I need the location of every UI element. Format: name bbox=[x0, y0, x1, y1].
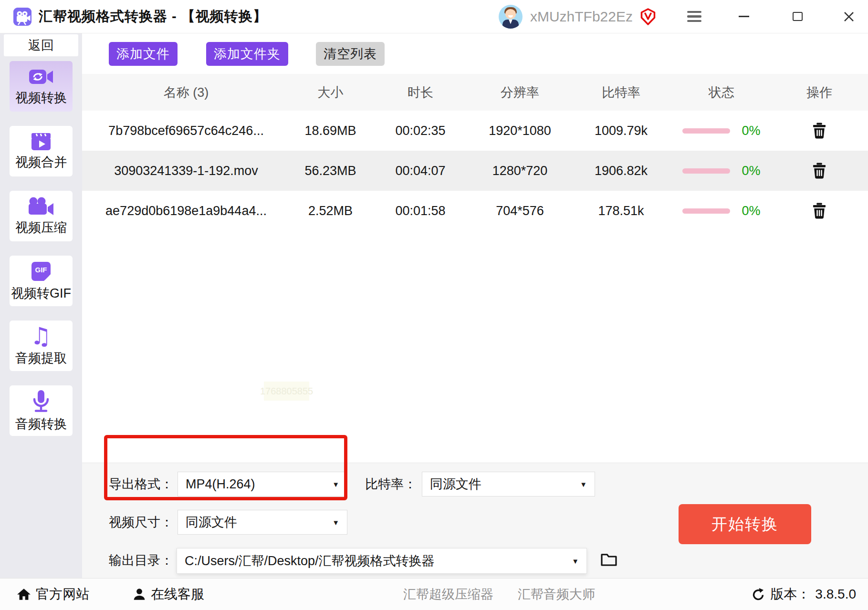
maximize-button[interactable] bbox=[790, 10, 805, 24]
file-bitrate: 1009.79k bbox=[570, 124, 672, 138]
sidebar-item-label: 视频转换 bbox=[15, 89, 67, 106]
col-duration: 时长 bbox=[371, 84, 470, 101]
browse-folder-button[interactable] bbox=[600, 552, 617, 569]
chevron-down-icon: ▼ bbox=[580, 480, 587, 488]
progress-percent: 0% bbox=[742, 164, 760, 178]
add-files-button[interactable]: 添加文件 bbox=[109, 42, 178, 66]
table-row: 7b798bcef69657c64c246... 18.69MB 00:02:3… bbox=[82, 111, 868, 151]
progress-bar bbox=[682, 208, 730, 214]
video-size-value: 同源文件 bbox=[186, 514, 237, 531]
toolbar: 添加文件 添加文件夹 清空列表 bbox=[82, 33, 868, 74]
settings-panel: 导出格式： MP4(H.264) ▼ 比特率： 同源文件 ▼ 视频尺寸： 同源文… bbox=[82, 463, 868, 578]
content: 返回 视频转换 bbox=[0, 33, 868, 578]
username-text: xMUzhTFb22Ez bbox=[530, 9, 633, 25]
back-button[interactable]: 返回 bbox=[4, 34, 78, 56]
file-name: 30903241339-1-192.mov bbox=[82, 164, 290, 178]
online-service-label: 在线客服 bbox=[151, 585, 204, 603]
titlebar: 汇帮视频格式转换器 - 【视频转换】 xMUzhTFb22Ez bbox=[0, 0, 868, 33]
app-window: 汇帮视频格式转换器 - 【视频转换】 xMUzhTFb22Ez 返回 bbox=[0, 0, 868, 610]
progress-bar bbox=[682, 168, 730, 174]
video-to-gif-icon: GIF bbox=[30, 260, 52, 282]
table-row: 30903241339-1-192.mov 56.23MB 00:04:07 1… bbox=[82, 151, 868, 191]
app-logo-icon bbox=[13, 8, 31, 26]
sidebar-item-video-convert[interactable]: 视频转换 bbox=[10, 61, 73, 112]
user-avatar[interactable] bbox=[499, 5, 523, 29]
version-label: 版本： bbox=[770, 585, 810, 603]
chevron-down-icon: ▼ bbox=[332, 518, 339, 527]
chevron-down-icon: ▼ bbox=[572, 557, 579, 565]
export-format-label: 导出格式： bbox=[109, 472, 173, 496]
chevron-down-icon: ▼ bbox=[332, 480, 339, 488]
col-size: 大小 bbox=[290, 84, 371, 101]
file-resolution: 704*576 bbox=[470, 204, 570, 218]
delete-file-button[interactable] bbox=[771, 163, 868, 179]
sidebar-item-video-to-gif[interactable]: GIF 视频转GIF bbox=[10, 256, 73, 306]
video-compress-icon bbox=[28, 196, 54, 217]
file-name: 7b798bcef69657c64c246... bbox=[82, 124, 290, 138]
close-button[interactable] bbox=[842, 10, 856, 24]
file-duration: 00:04:07 bbox=[371, 164, 470, 178]
refresh-icon bbox=[751, 587, 765, 601]
sidebar-item-label: 视频合并 bbox=[15, 154, 67, 171]
vip-badge-icon[interactable] bbox=[639, 8, 657, 26]
table-row: ae729d0b6198e1a9b44a4... 2.52MB 00:01:58… bbox=[82, 191, 868, 231]
file-resolution: 1280*720 bbox=[470, 164, 570, 178]
online-service-link[interactable]: 在线客服 bbox=[133, 579, 204, 610]
video-size-label: 视频尺寸： bbox=[109, 510, 173, 535]
clear-list-button[interactable]: 清空列表 bbox=[316, 42, 385, 66]
audio-master-link[interactable]: 汇帮音频大师 bbox=[518, 579, 595, 610]
table-header: 名称 (3) 大小 时长 分辨率 比特率 状态 操作 bbox=[82, 74, 868, 111]
version-check[interactable]: 版本： 3.8.5.0 bbox=[751, 579, 856, 610]
file-bitrate: 178.51k bbox=[570, 204, 672, 218]
video-convert-icon bbox=[29, 67, 53, 87]
col-resolution: 分辨率 bbox=[470, 84, 570, 101]
col-name: 名称 (3) bbox=[82, 84, 290, 101]
video-size-select[interactable]: 同源文件 ▼ bbox=[178, 510, 347, 535]
col-action: 操作 bbox=[771, 84, 868, 101]
file-resolution: 1920*1080 bbox=[470, 124, 570, 138]
progress-percent: 0% bbox=[742, 204, 760, 218]
file-size: 18.69MB bbox=[290, 124, 371, 138]
export-format-select[interactable]: MP4(H.264) ▼ bbox=[178, 472, 347, 496]
output-dir-select[interactable]: C:/Users/汇帮/Desktop/汇帮视频格式转换器 ▼ bbox=[177, 548, 587, 574]
col-bitrate: 比特率 bbox=[570, 84, 672, 101]
folder-icon bbox=[600, 552, 617, 567]
bitrate-value: 同源文件 bbox=[430, 476, 481, 493]
file-duration: 00:02:35 bbox=[371, 124, 470, 138]
svg-text:GIF: GIF bbox=[35, 266, 47, 274]
official-site-link[interactable]: 官方网站 bbox=[17, 579, 89, 610]
export-format-value: MP4(H.264) bbox=[186, 477, 255, 492]
sidebar-item-label: 音频提取 bbox=[15, 350, 67, 367]
file-size: 2.52MB bbox=[290, 204, 371, 218]
bitrate-label: 比特率： bbox=[365, 472, 417, 496]
compressor-link[interactable]: 汇帮超级压缩器 bbox=[403, 579, 493, 610]
person-icon bbox=[133, 588, 146, 601]
audio-extract-icon: ♫ bbox=[31, 325, 52, 347]
titlebar-right: xMUzhTFb22Ez bbox=[499, 5, 856, 29]
file-name: ae729d0b6198e1a9b44a4... bbox=[82, 204, 290, 218]
sidebar-item-video-compress[interactable]: 视频压缩 bbox=[10, 191, 73, 241]
window-title: 汇帮视频格式转换器 - 【视频转换】 bbox=[39, 7, 267, 26]
menu-icon[interactable] bbox=[685, 9, 703, 24]
official-site-label: 官方网站 bbox=[36, 585, 89, 603]
sidebar-item-video-merge[interactable]: 视频合并 bbox=[10, 126, 73, 176]
delete-file-button[interactable] bbox=[771, 203, 868, 219]
bitrate-select[interactable]: 同源文件 ▼ bbox=[422, 472, 595, 496]
sidebar-item-label: 视频转GIF bbox=[11, 285, 71, 302]
audio-convert-icon bbox=[31, 389, 52, 413]
sidebar-item-label: 视频压缩 bbox=[15, 219, 67, 236]
trash-icon bbox=[812, 123, 826, 139]
sidebar-nav: 视频转换 视频合并 bbox=[0, 56, 82, 436]
start-convert-button[interactable]: 开始转换 bbox=[679, 504, 811, 544]
minimize-button[interactable] bbox=[737, 10, 751, 24]
video-merge-icon bbox=[31, 132, 52, 151]
footer: 官方网站 在线客服 汇帮超级压缩器 汇帮音频大师 版本： 3.8.5.0 bbox=[0, 578, 868, 610]
sidebar-item-label: 音频转换 bbox=[15, 415, 67, 433]
file-bitrate: 1906.82k bbox=[570, 164, 672, 178]
trash-icon bbox=[812, 203, 826, 219]
output-dir-value: C:/Users/汇帮/Desktop/汇帮视频格式转换器 bbox=[185, 552, 435, 569]
sidebar-item-audio-extract[interactable]: ♫ 音频提取 bbox=[10, 321, 73, 371]
sidebar-item-audio-convert[interactable]: 音频转换 bbox=[10, 385, 73, 436]
delete-file-button[interactable] bbox=[771, 123, 868, 139]
add-folder-button[interactable]: 添加文件夹 bbox=[206, 42, 288, 66]
